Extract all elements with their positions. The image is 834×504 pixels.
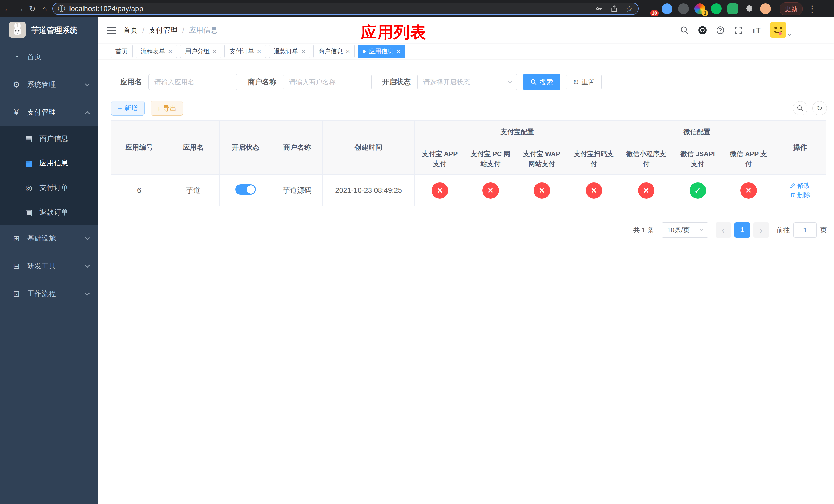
site-info-icon[interactable]: ⓘ <box>58 4 65 14</box>
extensions-puzzle-icon[interactable] <box>744 3 754 14</box>
share-icon[interactable] <box>610 5 618 13</box>
extension-dark-icon[interactable] <box>678 3 689 14</box>
browser-forward-icon[interactable]: → <box>14 3 26 14</box>
cell-app-name: 芋道 <box>167 175 220 206</box>
app-grid-icon: ▦ <box>24 159 34 168</box>
search-button[interactable]: 搜索 <box>523 74 561 90</box>
extension-chat-icon[interactable] <box>727 3 738 14</box>
sidebar-item-infrastructure[interactable]: ⊞ 基础设施 <box>0 225 98 252</box>
page-title-annotation: 应用列表 <box>361 22 426 43</box>
col-header-alipay-pc: 支付宝 PC 网站支付 <box>465 143 516 175</box>
table-toolbar: + 新增 ↓ 导出 ↻ <box>111 100 827 116</box>
breadcrumb-payment[interactable]: 支付管理 <box>149 25 178 35</box>
cell-wechat-mini: × <box>620 175 673 206</box>
delete-link[interactable]: 删除 <box>790 190 811 200</box>
tab-user-group[interactable]: 用户分组 × <box>180 45 221 58</box>
extension-badge: 1 <box>702 10 708 16</box>
close-icon[interactable]: × <box>168 48 172 54</box>
sidebar-item-workflow[interactable]: ⊡ 工作流程 <box>0 280 98 307</box>
prev-page-button[interactable]: ‹ <box>716 222 731 238</box>
status-toggle[interactable] <box>236 184 256 194</box>
sidebar-menu: ◔ 首页 ⚙ 系统管理 ¥ 支付管理 ▤ 商户信息 ▦ 应用信息 <box>0 43 98 307</box>
github-icon[interactable] <box>696 23 709 37</box>
browser-profile-avatar[interactable] <box>760 3 771 14</box>
breadcrumb-home[interactable]: 首页 <box>123 25 138 35</box>
status-select[interactable]: 请选择开启状态 <box>417 74 517 90</box>
address-bar[interactable]: ⓘ localhost:1024/pay/app ☆ <box>52 3 639 15</box>
user-avatar <box>770 22 786 39</box>
user-avatar-menu[interactable] <box>770 22 791 39</box>
export-button[interactable]: ↓ 导出 <box>151 101 183 116</box>
sidebar-item-app-info[interactable]: ▦ 应用信息 <box>0 151 98 175</box>
add-button[interactable]: + 新增 <box>111 101 145 116</box>
tab-app-info[interactable]: 应用信息 × <box>358 45 405 58</box>
header-search-icon[interactable] <box>678 23 692 37</box>
close-icon[interactable]: × <box>257 48 261 54</box>
merchant-name-input[interactable] <box>283 74 372 90</box>
status-label: 开启状态 <box>382 77 411 87</box>
tab-label: 首页 <box>115 47 128 55</box>
toggle-search-button[interactable] <box>793 101 807 115</box>
browser-menu-icon[interactable]: ⋮ <box>803 4 822 14</box>
browser-extensions: 10 1 <box>641 3 775 14</box>
menu-label: 工作流程 <box>27 289 56 299</box>
tab-process-form[interactable]: 流程表单 × <box>136 45 177 58</box>
sidebar-item-payment[interactable]: ¥ 支付管理 <box>0 98 98 126</box>
extension-colorful-icon[interactable]: 1 <box>695 3 705 14</box>
chevron-down-icon <box>85 82 89 86</box>
plus-icon: + <box>118 104 122 112</box>
col-header-wechat-mini: 微信小程序支付 <box>620 143 673 175</box>
sidebar-collapse-icon[interactable] <box>98 27 123 34</box>
pagination: 共 1 条 10条/页 ‹ 1 › 前往 页 <box>111 222 827 238</box>
browser-back-icon[interactable]: ← <box>2 3 13 14</box>
omnibox-actions: ☆ <box>595 4 633 14</box>
close-icon[interactable]: × <box>346 48 350 54</box>
bookmark-star-icon[interactable]: ☆ <box>626 4 633 14</box>
browser-reload-icon[interactable]: ↻ <box>27 3 38 14</box>
extension-grid-icon[interactable]: 10 <box>645 3 656 14</box>
extension-green-icon[interactable] <box>711 3 722 14</box>
tab-refund-order[interactable]: 退款订单 × <box>269 45 310 58</box>
refresh-table-button[interactable]: ↻ <box>812 101 827 115</box>
col-header-alipay-app: 支付宝 APP 支付 <box>415 143 465 175</box>
page-content: 应用名 商户名称 开启状态 请选择开启状态 搜索 ↻ 重置 <box>98 60 834 504</box>
status-cross-icon: × <box>586 182 602 199</box>
search-form: 应用名 商户名称 开启状态 请选择开启状态 搜索 ↻ 重置 <box>120 74 827 90</box>
close-icon[interactable]: × <box>396 48 400 54</box>
extension-blue-icon[interactable] <box>662 3 673 14</box>
edit-label: 修改 <box>797 181 811 190</box>
tab-home[interactable]: 首页 <box>111 45 133 58</box>
browser-home-icon[interactable]: ⌂ <box>39 3 50 14</box>
close-icon[interactable]: × <box>302 48 305 54</box>
reset-button[interactable]: ↻ 重置 <box>566 74 602 90</box>
sidebar-item-dev-tools[interactable]: ⊟ 研发工具 <box>0 252 98 280</box>
total-count: 共 1 条 <box>633 226 654 234</box>
sidebar-item-home[interactable]: ◔ 首页 <box>0 43 98 71</box>
cell-app-id: 6 <box>111 175 167 206</box>
page-number-button[interactable]: 1 <box>734 222 750 238</box>
tags-view-bar: 首页 流程表单 × 用户分组 × 支付订单 × 退款订单 × 商户信息 × <box>98 43 834 60</box>
breadcrumb-separator: / <box>182 26 184 35</box>
browser-update-button[interactable]: 更新 <box>780 2 803 15</box>
tab-label: 用户分组 <box>185 47 210 55</box>
goto-page-input[interactable] <box>793 222 816 238</box>
sidebar-item-system[interactable]: ⚙ 系统管理 <box>0 71 98 98</box>
app-name-input[interactable] <box>149 74 238 90</box>
tab-merchant-info[interactable]: 商户信息 × <box>313 45 355 58</box>
password-key-icon[interactable] <box>595 5 603 13</box>
close-icon[interactable]: × <box>213 48 216 54</box>
fullscreen-icon[interactable] <box>731 23 745 37</box>
col-header-status: 开启状态 <box>220 121 272 175</box>
page-size-select[interactable]: 10条/页 <box>662 222 708 238</box>
tab-pay-order[interactable]: 支付订单 × <box>224 45 266 58</box>
tab-label: 退款订单 <box>274 47 299 55</box>
sidebar-item-refund-order[interactable]: ▣ 退款订单 <box>0 200 98 225</box>
font-size-icon[interactable]: тT <box>749 23 763 37</box>
edit-link[interactable]: 修改 <box>790 181 811 190</box>
help-question-icon[interactable] <box>714 23 727 37</box>
sidebar-item-pay-order[interactable]: ◎ 支付订单 <box>0 175 98 200</box>
next-page-button[interactable]: › <box>753 222 769 238</box>
sidebar-item-merchant-info[interactable]: ▤ 商户信息 <box>0 126 98 151</box>
menu-label: 应用信息 <box>40 158 68 168</box>
cell-actions: 修改 删除 <box>774 175 826 206</box>
